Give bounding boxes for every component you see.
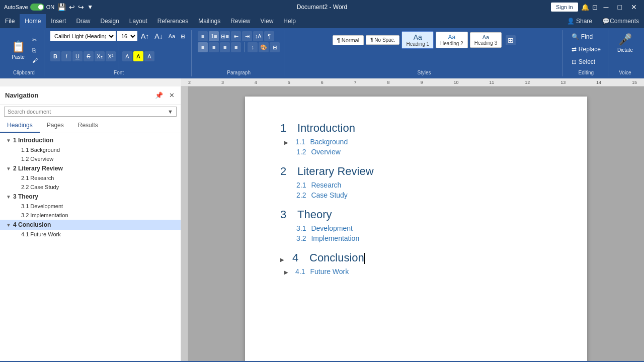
sign-in-button[interactable]: Sign in [551, 3, 578, 12]
collapse-bg-icon[interactable]: ▶ [284, 140, 288, 145]
heading-research[interactable]: 2.1 Research [284, 181, 552, 189]
font-color-button[interactable]: A [144, 51, 154, 61]
shading-button[interactable]: 🎨 [259, 42, 269, 52]
sort-button[interactable]: ↕A [253, 31, 263, 41]
text-highlight-button[interactable]: A [133, 51, 143, 61]
superscript-button[interactable]: X² [106, 51, 116, 61]
numbering-button[interactable]: 1≡ [209, 31, 219, 41]
nav-item-case-study[interactable]: 2.2 Case Study [0, 183, 181, 192]
tab-draw[interactable]: Draw [71, 14, 95, 28]
search-dropdown-btn[interactable]: ▼ [165, 107, 176, 116]
increase-font-btn[interactable]: A↑ [139, 31, 151, 41]
heading-development[interactable]: 3.1 Development [284, 224, 552, 232]
decrease-indent-button[interactable]: ⇤ [231, 31, 241, 41]
heading-conclusion[interactable]: ▶ 4 Conclusion [280, 251, 552, 264]
heading-overview[interactable]: 1.2 Overview [284, 148, 552, 156]
heading-introduction[interactable]: 1 Introduction [280, 122, 552, 135]
tab-review[interactable]: Review [225, 14, 255, 28]
maximize-button[interactable]: □ [615, 3, 625, 12]
style-heading3-btn[interactable]: Aa Heading 3 [470, 32, 502, 48]
autosave-toggle[interactable] [30, 4, 44, 11]
nav-item-future-work[interactable]: 4.1 Future Work [0, 230, 181, 239]
heading-theory[interactable]: 3 Theory [280, 208, 552, 221]
change-case-btn[interactable]: ⊞ [179, 32, 187, 41]
style-normal-btn[interactable]: ¶ Normal [333, 35, 364, 45]
decrease-font-btn[interactable]: A↓ [152, 31, 165, 41]
help-icon[interactable]: ⊡ [592, 4, 598, 11]
style-nospace-btn[interactable]: ¶ No Spac. [366, 35, 399, 45]
subscript-button[interactable]: X₂ [95, 51, 105, 61]
underline-button[interactable]: U [72, 51, 83, 61]
line-spacing-button[interactable]: ↕ [248, 42, 258, 52]
nav-tab-results[interactable]: Results [71, 119, 105, 133]
text-effects-button[interactable]: A [122, 51, 132, 61]
nav-item-development[interactable]: 3.1 Development [0, 202, 181, 211]
tab-file[interactable]: File [0, 14, 20, 28]
show-marks-button[interactable]: ¶ [264, 31, 274, 41]
multilevel-button[interactable]: ⊞≡ [220, 31, 230, 41]
paste-button[interactable]: 📋 Paste [8, 38, 28, 62]
find-button[interactable]: 🔍 Find [569, 31, 596, 42]
nav-item-literary-review[interactable]: ▼ 2 Literary Review [0, 163, 181, 173]
clear-format-btn[interactable]: Aa [167, 32, 177, 40]
font-size-select[interactable]: 16 [117, 31, 137, 41]
italic-button[interactable]: I [61, 51, 71, 61]
bullets-button[interactable]: ≡ [198, 31, 208, 41]
minimize-button[interactable]: ─ [601, 3, 612, 12]
quick-access-icon[interactable]: ▼ [87, 4, 93, 11]
style-heading1-btn[interactable]: Aa Heading 1 [401, 31, 434, 49]
increase-indent-button[interactable]: ⇥ [242, 31, 252, 41]
dictate-button[interactable]: 🎤 Dictate [614, 31, 636, 55]
nav-tab-pages[interactable]: Pages [40, 119, 71, 133]
close-button[interactable]: ✕ [628, 3, 640, 12]
search-input[interactable] [5, 107, 165, 116]
share-tab[interactable]: 👤 Share [562, 16, 597, 27]
heading-future-work[interactable]: ▶ 4.1 Future Work [284, 267, 552, 276]
tab-help[interactable]: Help [278, 14, 301, 28]
copy-button[interactable]: ⎘ [30, 46, 40, 54]
align-left-button[interactable]: ≡ [198, 42, 208, 52]
tab-layout[interactable]: Layout [124, 14, 152, 28]
save-icon[interactable]: 💾 [57, 3, 66, 11]
navigation-pin-button[interactable]: 📌 [154, 90, 164, 100]
nav-item-research[interactable]: 2.1 Research [0, 173, 181, 183]
styles-more-button[interactable]: ⊞ [506, 35, 516, 45]
font-family-select[interactable]: Calibri Light (Headings) [50, 31, 116, 41]
tab-design[interactable]: Design [95, 14, 124, 28]
nav-item-implementation[interactable]: 3.2 Implementation [0, 211, 181, 220]
tab-insert[interactable]: Insert [46, 14, 71, 28]
nav-item-overview[interactable]: 1.2 Overview [0, 154, 181, 163]
heading-implementation[interactable]: 3.2 Implementation [284, 234, 552, 242]
heading-case-study[interactable]: 2.2 Case Study [284, 191, 552, 199]
document-area[interactable]: 1 Introduction ▶ 1.1 Background 1.2 Over… [188, 86, 644, 361]
tab-home[interactable]: Home [20, 14, 46, 28]
tab-mailings[interactable]: Mailings [193, 14, 225, 28]
tab-view[interactable]: View [256, 14, 279, 28]
tab-references[interactable]: References [152, 14, 193, 28]
cut-button[interactable]: ✂ [30, 36, 40, 44]
align-center-button[interactable]: ≡ [209, 42, 219, 52]
justify-button[interactable]: ≡ [231, 42, 241, 52]
replace-button[interactable]: ⇄ Replace [569, 44, 604, 55]
nav-item-conclusion[interactable]: ▼ 4 Conclusion [0, 220, 181, 230]
nav-tab-headings[interactable]: Headings [0, 119, 40, 133]
align-right-button[interactable]: ≡ [220, 42, 230, 52]
borders-button[interactable]: ⊞ [270, 42, 280, 52]
select-button[interactable]: ⊡ Select [569, 56, 598, 67]
collapse-conc-icon[interactable]: ▶ [280, 257, 284, 262]
format-painter-button[interactable]: 🖌 [30, 56, 40, 64]
heading-literary-review[interactable]: 2 Literary Review [280, 165, 552, 178]
collapse-fw-icon[interactable]: ▶ [284, 269, 288, 275]
undo-icon[interactable]: ↩ [69, 3, 75, 11]
nav-item-introduction[interactable]: ▼ 1 Introduction [0, 135, 181, 145]
navigation-close-button[interactable]: ✕ [168, 90, 176, 100]
heading-background[interactable]: ▶ 1.1 Background [284, 138, 552, 146]
ribbon-toggle-icon[interactable]: 🔔 [581, 4, 589, 11]
bold-button[interactable]: B [50, 51, 60, 61]
style-heading2-btn[interactable]: Aa Heading 2 [436, 32, 468, 48]
nav-item-theory[interactable]: ▼ 3 Theory [0, 192, 181, 202]
comments-tab[interactable]: 💬 Comments [597, 16, 644, 27]
nav-item-background[interactable]: 1.1 Background [0, 145, 181, 154]
redo-icon[interactable]: ↪ [78, 3, 84, 11]
strikethrough-button[interactable]: S [84, 51, 94, 61]
